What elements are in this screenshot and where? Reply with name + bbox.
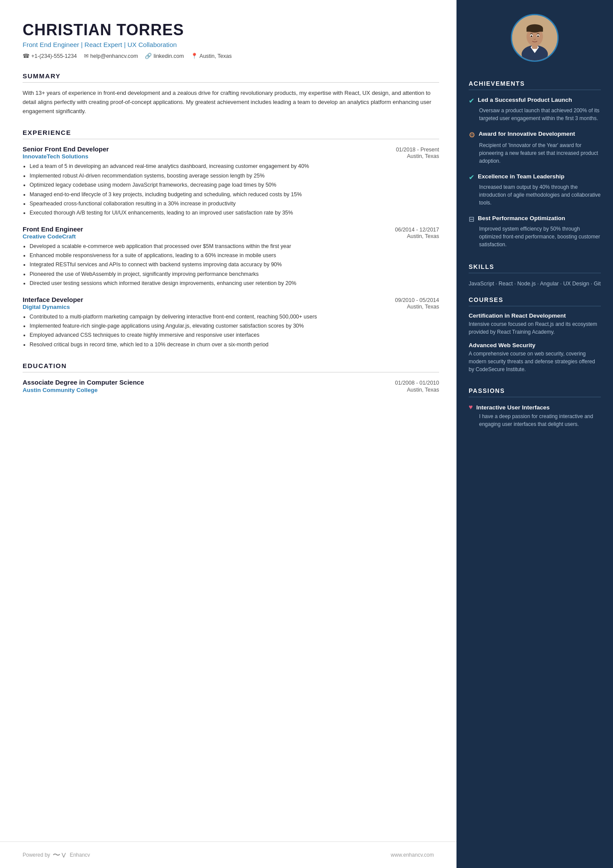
edu-date: 01/2008 - 01/2010 (395, 380, 439, 386)
left-column: CHRISTIAN TORRES Front End Engineer | Re… (0, 0, 456, 868)
brand-name: Enhancv (70, 852, 90, 858)
powered-by-text: Powered by (23, 852, 50, 858)
achievement-1-title: Led a Successful Product Launch (478, 96, 572, 104)
resume-page: CHRISTIAN TORRES Front End Engineer | Re… (0, 0, 613, 868)
candidate-title: Front End Engineer | React Expert | UX C… (23, 41, 439, 48)
achievement-2-title: Award for Innovative Development (479, 130, 575, 138)
phone-text: +1-(234)-555-1234 (31, 53, 77, 59)
avatar-area (456, 0, 613, 72)
summary-title: SUMMARY (23, 72, 439, 83)
list-item: Contributed to a multi-platform marketin… (30, 313, 439, 321)
list-item: Implemented feature-rich single-page app… (30, 322, 439, 330)
list-item: Implemented robust AI-driven recommendat… (30, 172, 439, 180)
job-1-location: Austin, Texas (407, 153, 439, 160)
job-3-header: Interface Developer 09/2010 - 05/2014 (23, 296, 439, 303)
linkedin-contact: 🔗 linkedin.com (145, 53, 183, 59)
achievement-3-header: ✔ Excellence in Team Leadership (469, 173, 601, 181)
achievement-2-desc: Recipient of 'Innovator of the Year' awa… (469, 141, 601, 165)
skills-section: SKILLS JavaScript · React · Node.js · An… (456, 263, 613, 288)
linkedin-icon: 🔗 (145, 53, 152, 59)
passion-1-desc: I have a deep passion for creating inter… (469, 412, 601, 428)
right-column: ACHIEVEMENTS ✔ Led a Successful Product … (456, 0, 613, 868)
job-2-title: Front End Engineer (23, 225, 83, 233)
svg-point-10 (537, 35, 539, 37)
email-contact: ✉ help@enhancv.com (84, 53, 138, 59)
course-2-desc: A comprehensive course on web security, … (469, 350, 601, 373)
check-icon-1: ✔ (469, 97, 474, 105)
edu-entry-1: Associate Degree in Computer Science 01/… (23, 379, 439, 393)
passion-1: ♥ Interactive User Interfaces I have a d… (469, 403, 601, 428)
job-3-date: 09/2010 - 05/2014 (395, 297, 439, 303)
job-3-company-row: Digital Dynamics Austin, Texas (23, 304, 439, 310)
edu-header: Associate Degree in Computer Science 01/… (23, 379, 439, 386)
job-3-title: Interface Developer (23, 296, 83, 303)
list-item: Managed end-to-end lifecycle of 3 key pr… (30, 191, 439, 199)
achievement-3-title: Excellence in Team Leadership (478, 173, 564, 181)
phone-icon: ☎ (23, 53, 30, 59)
skills-text: JavaScript · React · Node.js · Angular ·… (469, 279, 601, 288)
achievement-4-desc: Improved system efficiency by 50% throug… (469, 225, 601, 248)
achievement-4-title: Best Performance Optimization (478, 214, 565, 223)
achievement-1-desc: Oversaw a product launch that achieved 2… (469, 107, 601, 122)
job-2-header: Front End Engineer 06/2014 - 12/2017 (23, 225, 439, 233)
job-2-date: 06/2014 - 12/2017 (395, 227, 439, 233)
list-item: Spearheaded cross-functional collaborati… (30, 200, 439, 208)
list-item: Resolved critical bugs in record time, w… (30, 341, 439, 349)
left-content: CHRISTIAN TORRES Front End Engineer | Re… (0, 0, 456, 841)
education-section: EDUCATION Associate Degree in Computer S… (23, 362, 439, 393)
list-item: Employed advanced CSS techniques to crea… (30, 331, 439, 339)
list-item: Executed thorough A/B testing for UI/UX … (30, 209, 439, 217)
skills-title: SKILLS (469, 263, 601, 273)
email-icon: ✉ (84, 53, 89, 59)
contact-info: ☎ +1-(234)-555-1234 ✉ help@enhancv.com 🔗… (23, 53, 439, 59)
footer-website: www.enhancv.com (391, 852, 434, 858)
location-icon: 📍 (191, 53, 198, 59)
list-item: Integrated RESTful services and APIs to … (30, 261, 439, 269)
achievement-4: ⊟ Best Performance Optimization Improved… (469, 214, 601, 248)
experience-title: EXPERIENCE (23, 129, 439, 139)
list-item: Optimized legacy codebase using modern J… (30, 181, 439, 189)
email-text: help@enhancv.com (90, 53, 138, 59)
summary-body: With 13+ years of experience in front-en… (23, 89, 439, 116)
job-3-bullets: Contributed to a multi-platform marketin… (23, 313, 439, 349)
job-3-location: Austin, Texas (407, 304, 439, 310)
list-item: Enhanced mobile responsiveness for a sui… (30, 251, 439, 260)
achievement-1-header: ✔ Led a Successful Product Launch (469, 96, 601, 105)
main-content: CHRISTIAN TORRES Front End Engineer | Re… (0, 0, 613, 868)
list-item: Developed a scalable e-commerce web appl… (30, 242, 439, 251)
job-3-company: Digital Dynamics (23, 304, 70, 310)
edu-degree: Associate Degree in Computer Science (23, 379, 144, 386)
footer-brand: Powered by 〜∨ Enhancv (23, 850, 90, 860)
location-contact: 📍 Austin, Texas (191, 53, 232, 59)
edu-school: Austin Community College (23, 387, 98, 393)
passion-1-header: ♥ Interactive User Interfaces (469, 403, 601, 411)
list-item: Led a team of 5 in developing an advance… (30, 162, 439, 171)
job-1-company: InnovateTech Solutions (23, 153, 88, 160)
job-2-bullets: Developed a scalable e-commerce web appl… (23, 242, 439, 288)
passions-section: PASSIONS ♥ Interactive User Interfaces I… (456, 387, 613, 434)
job-2-location: Austin, Texas (407, 233, 439, 240)
achievement-2-header: ⚙ Award for Innovative Development (469, 130, 601, 140)
passion-1-title: Interactive User Interfaces (476, 404, 550, 411)
achievements-title: ACHIEVEMENTS (469, 80, 601, 90)
job-1-company-row: InnovateTech Solutions Austin, Texas (23, 153, 439, 160)
list-item: Pioneered the use of WebAssembly in proj… (30, 270, 439, 278)
achievements-section: ACHIEVEMENTS ✔ Led a Successful Product … (456, 80, 613, 256)
achievement-3: ✔ Excellence in Team Leadership Increase… (469, 173, 601, 207)
candidate-name: CHRISTIAN TORRES (23, 21, 439, 39)
job-1-title: Senior Front End Developer (23, 145, 109, 153)
job-1-bullets: Led a team of 5 in developing an advance… (23, 162, 439, 217)
linkedin-text: linkedin.com (153, 53, 183, 59)
heart-icon: ♥ (469, 403, 473, 411)
course-1: Certification in React Development Inten… (469, 312, 601, 336)
flag-icon: ⊟ (469, 215, 474, 223)
achievement-2: ⚙ Award for Innovative Development Recip… (469, 130, 601, 165)
experience-section: EXPERIENCE Senior Front End Developer 01… (23, 129, 439, 349)
svg-rect-6 (526, 28, 543, 32)
location-text: Austin, Texas (200, 53, 232, 59)
course-2-title: Advanced Web Security (469, 342, 601, 349)
avatar (511, 14, 559, 62)
job-2-company-row: Creative CodeCraft Austin, Texas (23, 233, 439, 240)
list-item: Directed user testing sessions which inf… (30, 279, 439, 288)
achievement-3-desc: Increased team output by 40% through the… (469, 183, 601, 207)
